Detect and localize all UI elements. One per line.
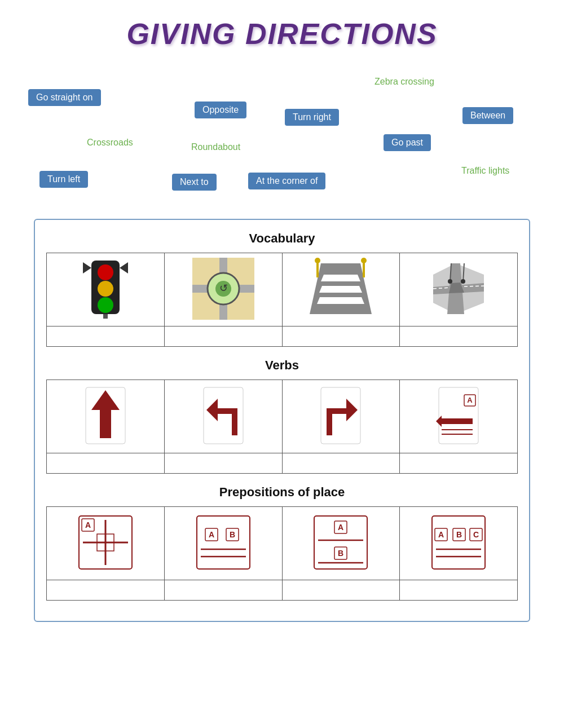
tags-area: Go straight on Crossroads Turn left Oppo… [28, 55, 536, 213]
svg-text:A: A [209, 530, 214, 539]
prepositions-table: A [46, 506, 518, 601]
tag-crossroads[interactable]: Crossroads [79, 134, 141, 151]
prepositions-image-row: A [47, 507, 518, 580]
verbs-table: A [46, 380, 518, 474]
vocab-cell-crossroads [400, 253, 518, 327]
vocab-cell-roundabout: ↺ [164, 253, 282, 327]
prep-label-between [282, 580, 400, 601]
svg-text:A: A [467, 396, 473, 404]
arrow-left-turn-icon [201, 385, 246, 447]
svg-text:C: C [473, 530, 479, 539]
verb-cell-right [282, 380, 400, 453]
prep-cell-corner: A [47, 507, 165, 580]
verb-label-past [400, 453, 518, 474]
verbs-title: Verbs [46, 358, 518, 373]
prep-label-opposite [400, 580, 518, 601]
tag-roundabout[interactable]: Roundabout [183, 139, 248, 156]
svg-text:A: A [438, 530, 444, 539]
verbs-section: Verbs [46, 358, 518, 474]
prep-label-next-to [164, 580, 282, 601]
page-title: GIVING DIRECTIONS [126, 17, 437, 51]
svg-text:B: B [456, 530, 462, 539]
go-past-icon: A [436, 385, 481, 447]
svg-rect-71 [432, 516, 485, 569]
vocab-label-crossroads [400, 327, 518, 347]
verb-cell-left [164, 380, 282, 453]
vocab-cell-traffic-light [47, 253, 165, 327]
verbs-label-row [47, 453, 518, 474]
verbs-image-row: A [47, 380, 518, 453]
vocab-cell-zebra-crossing [282, 253, 400, 327]
traffic-light-icon [83, 258, 128, 320]
tag-go-past[interactable]: Go past [384, 134, 431, 151]
svg-point-24 [361, 258, 367, 263]
opposite-icon: A B C [430, 514, 487, 571]
verb-label-left [164, 453, 282, 474]
tag-traffic-lights[interactable]: Traffic lights [453, 162, 517, 179]
tag-at-corner[interactable]: At the corner of [248, 173, 325, 189]
vocabulary-title: Vocabulary [46, 231, 518, 246]
prep-cell-next-to: A B [164, 507, 282, 580]
svg-point-32 [448, 279, 452, 284]
tag-turn-right[interactable]: Turn right [285, 109, 339, 126]
svg-marker-7 [120, 262, 128, 268]
svg-rect-44 [442, 418, 473, 424]
arrow-up-icon [83, 385, 128, 447]
prepositions-title: Prepositions of place [46, 485, 518, 500]
vocab-label-roundabout [164, 327, 282, 347]
svg-rect-57 [197, 516, 250, 569]
prep-cell-opposite: A B C [400, 507, 518, 580]
prep-label-corner [47, 580, 165, 601]
vocab-label-traffic-light [47, 327, 165, 347]
vocabulary-section: Vocabulary [46, 231, 518, 347]
verb-cell-past: A [400, 380, 518, 453]
verb-label-straight [47, 453, 165, 474]
svg-point-3 [98, 297, 113, 313]
zebra-crossing-icon [310, 258, 372, 320]
svg-marker-18 [321, 275, 360, 281]
vocabulary-table: ↺ [46, 253, 518, 347]
svg-point-22 [315, 258, 320, 263]
tag-turn-left[interactable]: Turn left [39, 171, 88, 188]
vocab-label-zebra [282, 327, 400, 347]
next-to-icon: A B [195, 514, 252, 571]
prepositions-label-row [47, 580, 518, 601]
verb-label-right [282, 453, 400, 474]
tag-next-to[interactable]: Next to [172, 174, 217, 191]
main-content-box: Vocabulary [34, 219, 530, 622]
svg-text:B: B [230, 530, 235, 539]
svg-marker-6 [83, 268, 91, 273]
prepositions-section: Prepositions of place A [46, 485, 518, 601]
svg-marker-20 [317, 297, 364, 304]
svg-marker-19 [319, 286, 362, 293]
tag-between[interactable]: Between [462, 107, 513, 124]
tag-go-straight[interactable]: Go straight on [28, 89, 101, 106]
tag-zebra[interactable]: Zebra crossing [367, 73, 442, 90]
roundabout-icon: ↺ [192, 258, 254, 320]
svg-point-1 [98, 264, 113, 280]
prep-cell-between: A B [282, 507, 400, 580]
vocabulary-image-row: ↺ [47, 253, 518, 327]
corner-icon: A [77, 514, 134, 571]
svg-text:A: A [85, 520, 91, 530]
svg-text:A: A [338, 523, 343, 532]
tag-opposite[interactable]: Opposite [195, 102, 246, 118]
svg-rect-4 [103, 314, 108, 319]
verb-cell-straight [47, 380, 165, 453]
between-icon: A B [312, 514, 369, 571]
svg-marker-5 [83, 262, 91, 268]
svg-point-2 [98, 281, 113, 297]
svg-marker-8 [120, 268, 128, 273]
svg-text:B: B [338, 549, 343, 558]
crossroads-icon [428, 258, 490, 320]
arrow-right-turn-icon [318, 385, 363, 447]
svg-point-34 [461, 279, 465, 284]
svg-text:↺: ↺ [219, 283, 227, 294]
vocabulary-label-row [47, 327, 518, 347]
